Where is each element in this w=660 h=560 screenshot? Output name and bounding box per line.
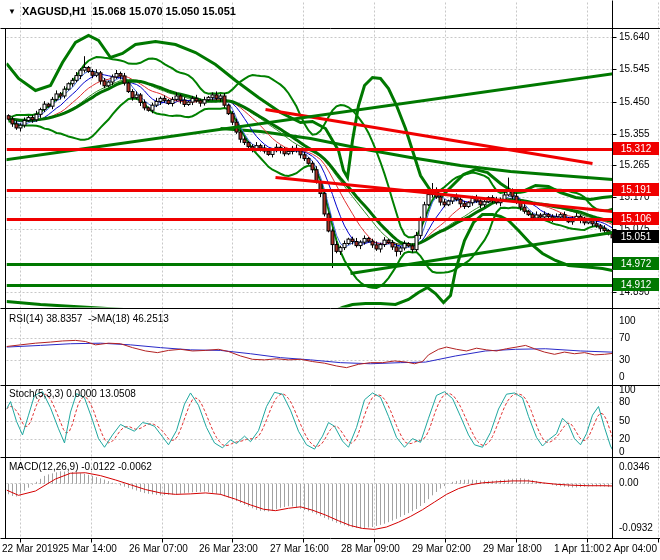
- rsi-label: RSI(14) 38.8357 ->MA(18) 46.2513: [9, 313, 169, 324]
- symbol-title: ▼ XAGUSD,H1 15.068 15.070 15.050 15.051: [8, 5, 236, 17]
- trading-terminal-window: ▼ XAGUSD,H1 15.068 15.070 15.050 15.051 …: [0, 0, 660, 560]
- price-axis[interactable]: [613, 0, 660, 538]
- chart-canvas[interactable]: [0, 0, 660, 560]
- symbol-ohlc-label: XAGUSD,H1 15.068 15.070 15.050 15.051: [22, 5, 236, 17]
- time-axis[interactable]: [0, 539, 660, 560]
- stoch-label: Stoch(5,3,3) 0.0000 13.0508: [9, 388, 136, 399]
- macd-label: MACD(12,26,9) -0.0122 -0.0062: [9, 461, 152, 472]
- chevron-down-icon[interactable]: ▼: [8, 6, 16, 17]
